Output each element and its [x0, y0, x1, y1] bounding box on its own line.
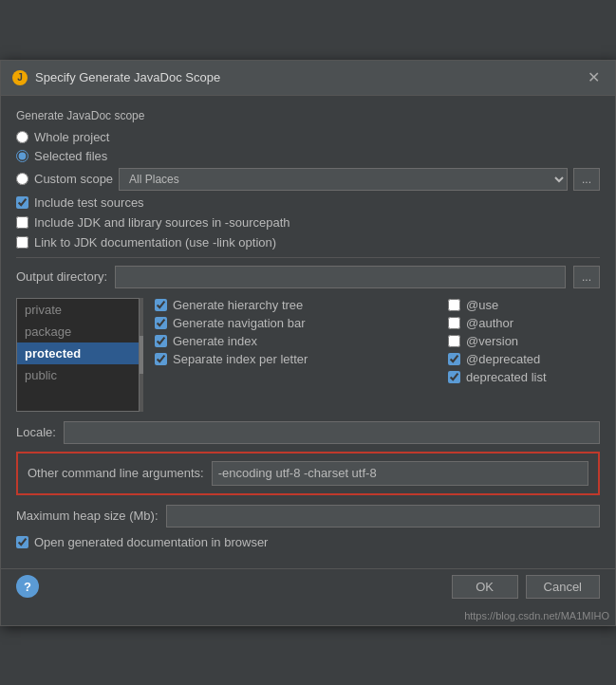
watermark: https://blog.csdn.net/MA1MIHO — [1, 608, 615, 625]
output-directory-btn[interactable]: ... — [573, 266, 600, 288]
open-in-browser-label[interactable]: Open generated documentation in browser — [34, 535, 268, 549]
close-button[interactable]: ✕ — [584, 68, 604, 87]
use-checkbox[interactable] — [448, 299, 460, 311]
title-bar: J Specify Generate JavaDoc Scope ✕ — [1, 61, 615, 96]
opt-use: @use — [448, 298, 600, 312]
cmd-label: Other command line arguments: — [28, 466, 204, 480]
custom-scope-btn[interactable]: ... — [573, 168, 600, 191]
visibility-package[interactable]: package — [17, 321, 139, 342]
dialog-content: Generate JavaDoc scope Whole project Sel… — [1, 96, 615, 568]
link-jdk-row: Link to JDK documentation (use -link opt… — [16, 235, 600, 250]
locale-label: Locale: — [16, 425, 56, 439]
open-in-browser-checkbox[interactable] — [16, 536, 28, 548]
locale-row: Locale: — [16, 421, 600, 444]
hierarchy-tree-label[interactable]: Generate hierarchy tree — [173, 298, 303, 312]
opt-deprecated: @deprecated — [448, 352, 600, 366]
right-options: @use @author @version @deprecated deprec… — [448, 298, 600, 412]
divider-1 — [16, 257, 600, 258]
opt-version: @version — [448, 334, 600, 348]
visibility-list: private package protected public — [16, 298, 140, 412]
generate-index-checkbox[interactable] — [155, 335, 167, 347]
scope-section-label: Generate JavaDoc scope — [16, 109, 600, 122]
cmd-input[interactable] — [212, 461, 588, 486]
hierarchy-tree-checkbox[interactable] — [155, 299, 167, 311]
footer-left: ? — [16, 575, 39, 598]
visibility-public[interactable]: public — [17, 364, 139, 386]
navigation-bar-checkbox[interactable] — [155, 317, 167, 329]
middle-options: Generate hierarchy tree Generate navigat… — [155, 298, 440, 412]
visibility-slider-thumb[interactable] — [140, 336, 143, 374]
whole-project-label[interactable]: Whole project — [34, 130, 109, 144]
cmd-section: Other command line arguments: — [16, 452, 600, 495]
cancel-button[interactable]: Cancel — [526, 575, 600, 599]
opt-hierarchy-tree: Generate hierarchy tree — [155, 298, 440, 312]
output-directory-label: Output directory: — [16, 269, 107, 284]
author-checkbox[interactable] — [448, 317, 460, 329]
open-in-browser-row: Open generated documentation in browser — [16, 535, 600, 549]
locale-input[interactable] — [64, 421, 600, 444]
custom-scope-radio[interactable] — [16, 173, 28, 185]
selected-files-row: Selected files — [16, 149, 600, 163]
whole-project-row: Whole project — [16, 130, 600, 144]
link-jdk-checkbox[interactable] — [16, 236, 28, 249]
version-checkbox[interactable] — [448, 335, 460, 347]
deprecated-label[interactable]: @deprecated — [466, 352, 540, 366]
options-grid: private package protected public Generat… — [16, 298, 600, 412]
author-label[interactable]: @author — [466, 316, 513, 330]
selected-files-label[interactable]: Selected files — [34, 149, 107, 163]
opt-author: @author — [448, 316, 600, 330]
ok-button[interactable]: OK — [452, 575, 518, 599]
include-jdk-label[interactable]: Include JDK and library sources in -sour… — [34, 215, 290, 230]
heap-size-row: Maximum heap size (Mb): — [16, 505, 600, 528]
opt-generate-index: Generate index — [155, 334, 440, 348]
deprecated-list-label[interactable]: deprecated list — [466, 370, 547, 384]
custom-scope-dropdown[interactable]: All Places — [119, 168, 568, 191]
dialog: J Specify Generate JavaDoc Scope ✕ Gener… — [0, 60, 616, 626]
generate-index-label[interactable]: Generate index — [173, 334, 257, 348]
opt-navigation-bar: Generate navigation bar — [155, 316, 440, 330]
opt-deprecated-list: deprecated list — [448, 370, 600, 384]
include-test-sources-row: Include test sources — [16, 195, 600, 210]
include-jdk-checkbox[interactable] — [16, 216, 28, 229]
output-directory-input[interactable] — [115, 266, 566, 288]
include-jdk-row: Include JDK and library sources in -sour… — [16, 215, 600, 230]
visibility-slider — [140, 298, 143, 412]
include-test-sources-label[interactable]: Include test sources — [34, 195, 144, 210]
use-label[interactable]: @use — [466, 298, 498, 312]
footer-right: OK Cancel — [452, 575, 600, 599]
visibility-container: private package protected public — [16, 298, 147, 412]
visibility-protected[interactable]: protected — [17, 342, 139, 364]
link-jdk-label[interactable]: Link to JDK documentation (use -link opt… — [34, 235, 276, 250]
whole-project-radio[interactable] — [16, 131, 28, 143]
deprecated-list-checkbox[interactable] — [448, 371, 460, 383]
output-directory-row: Output directory: ... — [16, 266, 600, 288]
navigation-bar-label[interactable]: Generate navigation bar — [173, 316, 305, 330]
custom-scope-row: Custom scope All Places ... — [16, 168, 600, 191]
app-icon: J — [12, 70, 28, 85]
heap-size-label: Maximum heap size (Mb): — [16, 509, 159, 523]
dialog-title: Specify Generate JavaDoc Scope — [35, 70, 220, 84]
deprecated-checkbox[interactable] — [448, 353, 460, 365]
custom-scope-label[interactable]: Custom scope — [34, 172, 113, 186]
include-test-sources-checkbox[interactable] — [16, 196, 28, 209]
visibility-private[interactable]: private — [17, 299, 139, 321]
separate-index-label[interactable]: Separate index per letter — [173, 352, 308, 366]
help-button[interactable]: ? — [16, 575, 39, 598]
footer: ? OK Cancel — [1, 568, 615, 608]
separate-index-checkbox[interactable] — [155, 353, 167, 365]
opt-separate-index: Separate index per letter — [155, 352, 440, 366]
selected-files-radio[interactable] — [16, 150, 28, 162]
heap-size-input[interactable] — [166, 505, 600, 528]
version-label[interactable]: @version — [466, 334, 518, 348]
